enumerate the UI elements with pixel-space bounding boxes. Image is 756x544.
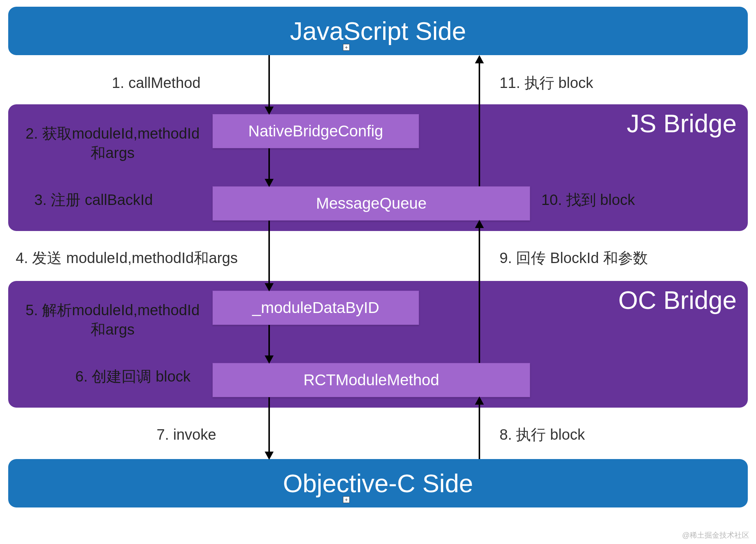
expand-icon: + [343,496,350,503]
step-2-label: 2. 获取moduleId,methodId 和args [14,124,211,162]
arrow-8-head [475,396,484,405]
step-4-label: 4. 发送 moduleId,methodId和args [16,248,238,268]
js-bridge-title: JS Bridge [627,109,737,138]
arrow-11 [479,63,480,186]
watermark: @稀土掘金技术社区 [682,530,749,540]
step-11-label: 11. 执行 block [500,73,593,92]
arrow-9-head [475,220,484,228]
box-rct-module-method: RCTModuleMethod [212,363,530,397]
step-10-label: 10. 找到 block [541,190,635,209]
arrow-3 [268,221,270,284]
box-message-queue: MessageQueue [212,186,530,221]
box-native-bridge-config: NativeBridgeConfig [212,114,419,148]
expand-icon: + [343,44,350,51]
step-1-label: 1. callMethod [112,73,201,92]
arrow-11-head [475,55,484,63]
band-objective-c-side: Objective-C Side [8,459,748,507]
arrow-5-head [265,452,274,460]
band-objective-c-title: Objective-C Side [283,469,473,498]
arrow-2 [268,148,270,180]
step-3-label: 3. 注册 callBackId [34,190,153,209]
step-9-label: 9. 回传 BlockId 和参数 [500,248,648,268]
step-7-label: 7. invoke [157,425,216,444]
step-6-label: 6. 创建回调 block [75,367,190,386]
arrow-1-head [265,107,274,115]
arrow-8 [479,404,480,459]
arrow-9 [479,227,480,363]
band-javascript-side: JavaScript Side [8,7,748,55]
box-module-data-by-id: _moduleDataByID [212,291,419,325]
arrow-2-head [265,179,274,187]
step-8-label: 8. 执行 block [500,425,585,444]
arrow-5 [268,397,270,452]
diagram-canvas: JavaScript Side + JS Bridge 2. 获取moduleI… [0,0,756,544]
oc-bridge-title: OC Bridge [618,285,737,314]
band-javascript-title: JavaScript Side [290,16,466,45]
arrow-1 [268,55,270,107]
arrow-4-head [265,355,274,364]
arrow-3-head [265,283,274,291]
arrow-4 [268,325,270,356]
step-5-label: 5. 解析moduleId,methodId 和args [14,300,211,339]
